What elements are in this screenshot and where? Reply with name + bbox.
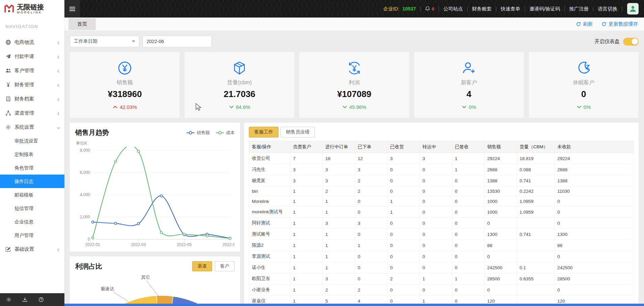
tab-home[interactable]: 首页 bbox=[68, 18, 96, 30]
profit-filter-button-1[interactable]: 客户 bbox=[215, 261, 235, 271]
sidebar-item-label: 付款申请 bbox=[14, 53, 57, 60]
sidebar-item-label: 客户管理 bbox=[14, 67, 57, 74]
sidebar-menu: 电商物流付款申请客户管理财务管理财务档案渠道管理系统设置审批流设置定制报表角色管… bbox=[0, 35, 64, 256]
table-cell bbox=[517, 240, 555, 251]
sidebar-toggle-button[interactable] bbox=[64, 0, 80, 18]
sidebar-item-0[interactable]: 电商物流 bbox=[0, 35, 64, 49]
topbar-menu-item-5[interactable]: 语言切换 bbox=[598, 6, 617, 12]
sidebar-item-5[interactable]: 渠道管理 bbox=[0, 106, 64, 120]
notifications-button[interactable]: 0 bbox=[425, 6, 434, 11]
table-cell: 0 bbox=[420, 186, 452, 196]
brand-logo-icon bbox=[4, 4, 14, 13]
sidebar-subitem-1[interactable]: 定制报表 bbox=[0, 148, 64, 161]
table-cell: 1388 bbox=[555, 175, 634, 186]
sidebar-item-1[interactable]: 付款申请 bbox=[0, 49, 64, 63]
chevron-left-icon bbox=[57, 55, 60, 58]
sidebar-footer bbox=[0, 293, 64, 306]
kpi-card-4: 新客户40% bbox=[414, 52, 524, 118]
topbar-menu-item-0[interactable]: 公司站点 bbox=[443, 6, 463, 12]
sidebar-subitem-2[interactable]: 角色管理 bbox=[0, 161, 64, 175]
profit-filter-button-0[interactable]: 渠道 bbox=[192, 261, 212, 271]
table-cell: 测试账号 bbox=[249, 229, 290, 240]
sidebar-item-6[interactable]: 系统设置 bbox=[0, 120, 64, 134]
bell-icon bbox=[425, 6, 430, 11]
month-picker[interactable] bbox=[143, 36, 212, 47]
date-type-select[interactable]: 工作单日期 bbox=[70, 36, 139, 47]
sidebar-subitem-3[interactable]: 操作日志 bbox=[0, 175, 64, 188]
table-row[interactable]: 陈源21110008888 bbox=[249, 240, 634, 251]
settings-icon[interactable] bbox=[6, 297, 11, 302]
table-cell: 13530 bbox=[485, 186, 517, 196]
dashboard-toggle[interactable] bbox=[623, 38, 639, 45]
table-row[interactable]: 收货公司718123312922418.81929224 bbox=[249, 153, 634, 164]
table-cell: 0 bbox=[387, 218, 420, 229]
sidebar-subitem-7[interactable]: 用户管理 bbox=[0, 228, 64, 242]
filter-row: 工作单日期 开启仪表盘 bbox=[70, 36, 639, 47]
topbar-menu-item-4[interactable]: 推广注册 bbox=[569, 6, 589, 12]
sidebar-subitem-6[interactable]: 企业信息 bbox=[0, 215, 64, 228]
topbar-menu-item-1[interactable]: 财务账套 bbox=[472, 6, 492, 12]
table-tab-0[interactable]: 客服工作 bbox=[249, 127, 279, 137]
svg-text:2022-03: 2022-03 bbox=[131, 242, 146, 247]
table-row[interactable]: 测试账号11000013000.7411300 bbox=[249, 229, 634, 240]
table-row[interactable]: 小谢业务12200000 bbox=[249, 284, 634, 296]
table-cell: 0 bbox=[452, 207, 485, 218]
kpi-value: ¥107089 bbox=[337, 89, 371, 99]
topbar-menu-item-2[interactable]: 快速查单 bbox=[501, 6, 520, 12]
table-cell: 11030 bbox=[555, 186, 634, 196]
column-header: 转运中 bbox=[420, 141, 452, 153]
topbar-separator bbox=[420, 6, 420, 11]
sidebar-item-3[interactable]: 财务管理 bbox=[0, 78, 64, 92]
table-row[interactable]: 冯先生33300126880.0882688 bbox=[249, 164, 634, 175]
table-cell: 0 bbox=[387, 164, 420, 175]
download-icon[interactable] bbox=[22, 297, 28, 302]
column-header: 货量（CBM） bbox=[517, 141, 555, 153]
month-input[interactable] bbox=[143, 36, 211, 47]
table-cell: 88 bbox=[485, 240, 517, 251]
panels-row: 销售月趋势 销售额成本 单位K 02,0004,0006,0008,000202… bbox=[70, 123, 639, 306]
sidebar-item-label: 系统设置 bbox=[14, 124, 57, 130]
table-cell: 1 bbox=[290, 229, 323, 240]
table-row[interactable]: bin122000135300.224211030 bbox=[249, 186, 634, 196]
table-cell: 28500 bbox=[555, 273, 634, 284]
table-row[interactable]: 李源测试11000000 bbox=[249, 251, 634, 262]
hamburger-icon bbox=[69, 6, 76, 11]
table-cell: 0.2242 bbox=[517, 186, 555, 196]
table-cell: 2688 bbox=[485, 164, 517, 175]
chevron-left-icon bbox=[57, 40, 60, 44]
sidebar-subitem-0[interactable]: 审批流设置 bbox=[0, 134, 64, 148]
kpi-card-3: 利润¥10708945.96% bbox=[299, 52, 409, 118]
brand-subtitle: MORELINK bbox=[17, 11, 44, 14]
svg-text:其它: 其它 bbox=[141, 275, 150, 280]
sidebar-item-4[interactable]: 财务档案 bbox=[0, 92, 64, 106]
topbar-menu-item-3[interactable]: 邀请码/验证码 bbox=[529, 6, 560, 12]
table-cell: 阿轩测试 bbox=[249, 218, 290, 229]
svg-text:6,000: 6,000 bbox=[80, 170, 90, 175]
refresh-button[interactable]: 刷新 bbox=[576, 21, 593, 27]
user-avatar[interactable] bbox=[627, 3, 639, 14]
help-icon[interactable] bbox=[38, 297, 44, 302]
column-header: 已下单 bbox=[355, 141, 387, 153]
table-row[interactable]: 阿轩测试13300000 bbox=[249, 218, 634, 229]
kpi-label: 货量(cbm) bbox=[227, 79, 252, 86]
table-cell: 1 bbox=[323, 229, 355, 240]
sidebar-item-7[interactable]: 基础设置 bbox=[0, 242, 64, 256]
horizontal-scrollbar[interactable] bbox=[64, 304, 644, 306]
table-row[interactable]: morelink测试号11010010001.09590 bbox=[249, 207, 634, 218]
table-row[interactable]: 欧阳卫东130211285000.635528500 bbox=[249, 273, 634, 284]
table-cell: 收货公司 bbox=[249, 153, 290, 164]
new-customer-icon bbox=[461, 60, 477, 76]
update-cache-button[interactable]: 更新数据缓存 bbox=[602, 21, 638, 27]
table-cell: 0 bbox=[452, 196, 485, 207]
table-row[interactable]: 诺小生1100002425000.1242500 bbox=[249, 262, 634, 273]
table-cell: 1 bbox=[387, 207, 420, 218]
table-tab-1[interactable]: 销售员业绩 bbox=[281, 127, 315, 137]
sidebar-subitem-4[interactable]: 邮箱模板 bbox=[0, 188, 64, 202]
table-cell: 李源测试 bbox=[249, 251, 290, 262]
table-row[interactable]: 杨竟富33200013880.7411388 bbox=[249, 175, 634, 186]
sidebar-item-2[interactable]: 客户管理 bbox=[0, 63, 64, 78]
calendar-button[interactable] bbox=[211, 36, 212, 47]
sidebar-subitem-5[interactable]: 短信管理 bbox=[0, 202, 64, 215]
kpi-label: 利润 bbox=[349, 79, 360, 86]
table-row[interactable]: Morelink11010010001.09590 bbox=[249, 196, 634, 207]
